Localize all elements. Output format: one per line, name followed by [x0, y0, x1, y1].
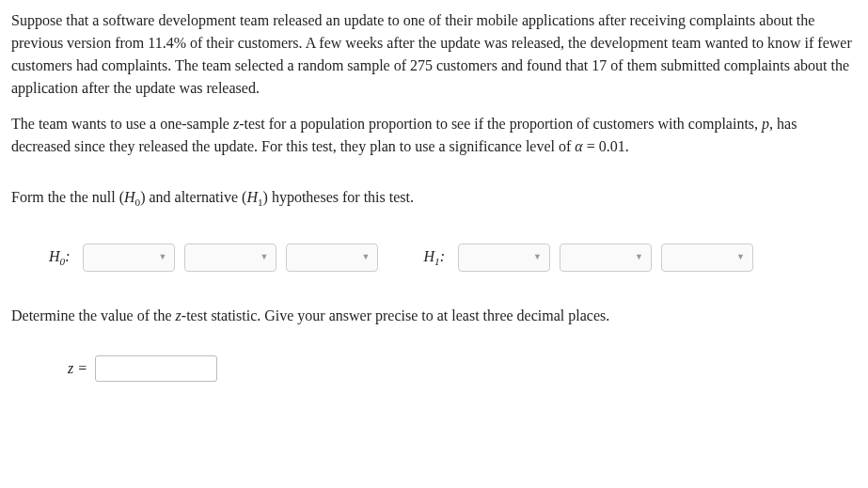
chevron-down-icon: ▼: [159, 251, 167, 264]
alt-hypothesis-label: H1:: [423, 245, 444, 270]
z-value-input[interactable]: [95, 355, 217, 382]
alpha-variable: α: [575, 138, 582, 154]
text: -test statistic. Give your answer precis…: [181, 307, 609, 323]
equals: =: [73, 360, 87, 376]
text: Form the the null (: [11, 189, 124, 205]
z-equals-label: z =: [68, 357, 87, 380]
text: ) hypotheses for this test.: [263, 189, 414, 205]
h0-dropdown-2[interactable]: ▼: [184, 244, 276, 272]
problem-paragraph-1: Suppose that a software development team…: [11, 9, 857, 100]
null-hypothesis-label: H0:: [49, 245, 70, 270]
chevron-down-icon: ▼: [362, 251, 371, 264]
hypothesis-input-row: H0: ▼ ▼ ▼ H1: ▼ ▼ ▼: [49, 244, 857, 272]
H-symbol: H: [423, 248, 434, 264]
chevron-down-icon: ▼: [533, 251, 542, 264]
problem-paragraph-2: The team wants to use a one-sample z-tes…: [11, 113, 857, 158]
h0-dropdown-3[interactable]: ▼: [286, 244, 378, 272]
h1-dropdown-2[interactable]: ▼: [560, 244, 652, 272]
text: -test for a population proportion to see…: [239, 116, 762, 132]
chevron-down-icon: ▼: [260, 251, 269, 264]
z-input-row: z =: [68, 355, 857, 382]
text: ) and alternative (: [140, 189, 246, 205]
question-hypotheses: Form the the null (H0) and alternative (…: [11, 186, 857, 211]
H-symbol: H: [49, 248, 60, 264]
text: The team wants to use a one-sample: [11, 116, 233, 132]
p-variable: p: [762, 116, 769, 132]
question-z-stat: Determine the value of the z-test statis…: [11, 305, 857, 327]
h0-dropdown-1[interactable]: ▼: [83, 244, 175, 272]
H-symbol: H: [246, 189, 258, 205]
text: = 0.01.: [583, 138, 629, 154]
h1-dropdown-3[interactable]: ▼: [661, 244, 753, 272]
colon: :: [440, 248, 445, 264]
h1-dropdown-1[interactable]: ▼: [458, 244, 550, 272]
H-symbol: H: [124, 189, 135, 205]
chevron-down-icon: ▼: [635, 251, 643, 264]
chevron-down-icon: ▼: [736, 251, 745, 264]
colon: :: [65, 248, 70, 264]
text: Determine the value of the: [11, 307, 176, 323]
